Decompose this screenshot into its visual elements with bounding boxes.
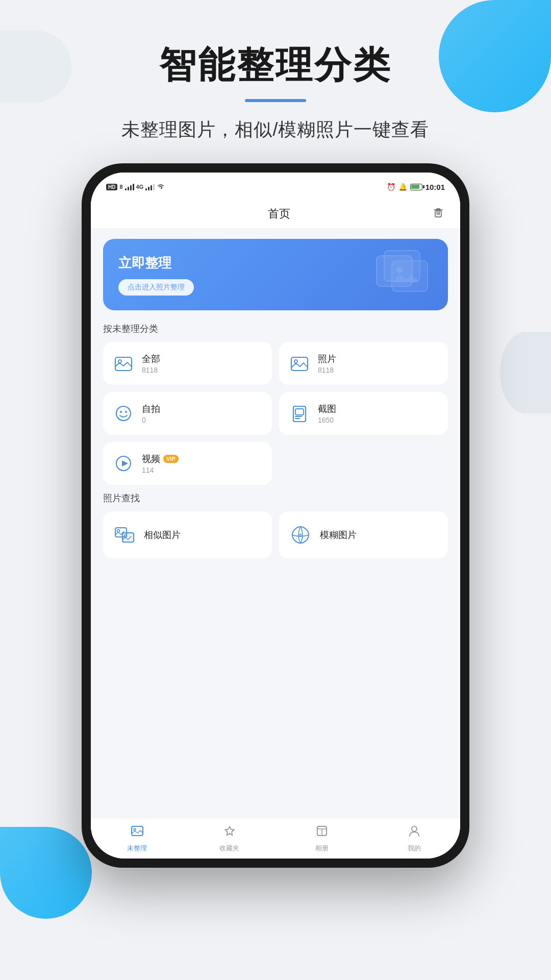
banner-icon [371,246,438,304]
svg-point-4 [396,267,403,273]
nav-album-icon [315,824,329,842]
selfie-info: 自拍 0 [142,403,160,424]
app-scroll: 立即整理 点击进入照片整理 [91,229,460,847]
nav-mine[interactable]: 我的 [368,824,460,853]
all-info: 全部 8118 [142,353,160,374]
category-photos[interactable]: 照片 8118 [279,342,448,385]
screenshots-icon [288,402,311,425]
categories-grid-row2: 自拍 0 [103,392,448,435]
network-type-2: 4G [136,184,144,190]
page-subtitle: 未整理图片，相似/模糊照片一键查看 [0,117,551,142]
nav-favorites-label: 收藏夹 [219,844,239,853]
video-count: 114 [142,466,179,474]
similar-icon [112,523,137,547]
blurry-label: 模糊图片 [320,529,357,541]
vip-badge: VIP [163,455,179,463]
photos-count: 8118 [318,366,336,374]
video-label: 视频 VIP [142,453,179,465]
nav-mine-icon [407,824,421,842]
alarm-icon: ⏰ [387,183,395,191]
selfie-icon [112,402,135,425]
status-left: HD 8 4G [106,183,165,191]
similar-photos[interactable]: 相似图片 [103,511,272,558]
photos-info: 照片 8118 [318,353,336,374]
status-bar: HD 8 4G [91,173,460,199]
category-screenshots[interactable]: 截图 1650 [279,392,448,435]
video-info: 视频 VIP 114 [142,453,179,474]
photo-find-grid: 相似图片 [103,511,448,558]
svg-point-10 [120,411,122,413]
trash-button[interactable] [432,206,445,222]
wifi-icon [157,183,165,191]
selfie-label: 自拍 [142,403,160,415]
nav-favorites[interactable]: 收藏夹 [183,824,276,853]
all-icon [112,352,135,375]
svg-point-21 [299,533,302,536]
blurry-icon [288,523,313,547]
phone-inner: HD 8 4G [91,173,460,859]
category-video[interactable]: 视频 VIP 114 [103,442,272,485]
svg-point-8 [294,360,297,363]
nav-album[interactable]: 相册 [276,824,368,853]
nav-title: 首页 [127,206,432,222]
status-right: ⏰ 🔔 10:01 [387,183,445,191]
title-underline [245,99,306,102]
photos-icon [288,352,311,375]
svg-point-9 [116,406,131,421]
similar-label: 相似图片 [144,529,181,541]
svg-point-27 [412,826,417,831]
all-count: 8118 [142,366,160,374]
categories-grid-row1: 全部 8118 [103,342,448,385]
blob-bottom-left [0,827,92,919]
screenshots-label: 截图 [318,403,336,415]
nav-favorites-icon [222,824,237,842]
battery [410,184,422,190]
svg-rect-7 [291,357,308,371]
page-title: 智能整理分类 [0,41,551,90]
app-content: 立即整理 点击进入照片整理 [91,229,460,847]
network-type: 8 [119,184,122,190]
category-selfie[interactable]: 自拍 0 [103,392,272,435]
svg-point-19 [117,530,120,532]
banner-card[interactable]: 立即整理 点击进入照片整理 [103,239,448,310]
nav-unorganized-label: 未整理 [127,844,147,853]
selfie-count: 0 [142,416,160,424]
battery-fill [411,185,419,189]
photos-label: 照片 [318,353,336,365]
nav-album-label: 相册 [315,844,329,853]
svg-rect-18 [122,533,134,542]
nav-unorganized-icon [130,824,144,842]
phone-mockup: HD 8 4G [82,163,469,868]
phone-outer: HD 8 4G [82,163,469,868]
svg-point-11 [125,411,127,413]
signal-bars-2 [145,183,155,190]
blob-mid-right [500,332,551,413]
signal-bars-1 [125,183,134,190]
section2-title: 照片查找 [103,492,448,504]
video-icon [112,452,135,475]
svg-point-23 [134,828,136,830]
bell-icon: 🔔 [398,183,407,191]
section1-title: 按未整理分类 [103,323,448,335]
nav-mine-label: 我的 [408,844,421,853]
battery-box [410,184,422,190]
hd-badge: HD [106,184,117,190]
blurry-photos[interactable]: 模糊图片 [279,511,448,558]
category-all[interactable]: 全部 8118 [103,342,272,385]
all-label: 全部 [142,353,160,365]
svg-rect-13 [295,409,304,415]
screenshots-info: 截图 1650 [318,403,336,424]
categories-grid-row3: 视频 VIP 114 [103,442,448,485]
nav-unorganized[interactable]: 未整理 [91,824,183,853]
bottom-nav: 未整理 收藏夹 [91,818,460,859]
time-display: 10:01 [425,183,445,191]
app-navbar: 首页 [91,199,460,229]
page-header: 智能整理分类 未整理图片，相似/模糊照片一键查看 [0,41,551,142]
svg-point-6 [118,360,121,363]
screenshots-count: 1650 [318,416,336,424]
banner-button[interactable]: 点击进入照片整理 [118,279,194,296]
